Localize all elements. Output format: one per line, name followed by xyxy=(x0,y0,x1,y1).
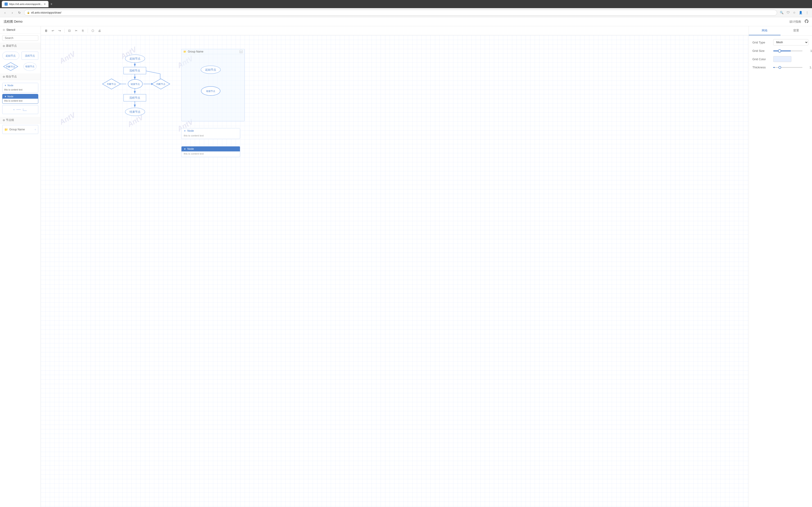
browser-tab[interactable]: https://x6.antv.vision/apps/dr... ✕ xyxy=(2,1,48,7)
canvas-combo-1-header: ▼ Node xyxy=(182,128,240,133)
canvas-combo-2-content: this is content text xyxy=(182,152,240,157)
thickness-slider[interactable] xyxy=(773,67,803,68)
combo-node-1-header: ▼ Node xyxy=(2,83,38,88)
combo-node-1-content: this is content text xyxy=(2,88,38,92)
menu-icon-btn[interactable]: ⋮ xyxy=(804,10,810,15)
canvas-group-node[interactable]: 📁 Group Name — 起始节点 xyxy=(181,49,245,121)
browser-toolbar: ‹ › ↻ 🔒 x6.antv.vision/apps/draw/ 🔍 🛡 ☆ … xyxy=(0,8,812,17)
canvas-group-collapse-btn[interactable]: — xyxy=(240,50,243,53)
grid-size-slider[interactable] xyxy=(773,51,803,51)
node-group-section-header[interactable]: ⊖ 节点组 xyxy=(0,117,41,124)
combo-nodes-list: ▼ Node this is content text ▼ Node this … xyxy=(0,80,41,117)
grid-type-row: Grid Type Mesh Dot xyxy=(752,39,808,46)
browser-chrome: https://x6.antv.vision/apps/dr... ✕ + xyxy=(0,0,812,8)
canvas-flow-node-2[interactable]: 流程节点 xyxy=(123,94,146,101)
canvas-end-label: 结束节点 xyxy=(130,110,141,114)
ssl-icon: 🔒 xyxy=(27,11,30,14)
search-icon-btn[interactable]: 🔍 xyxy=(779,10,784,15)
canvas-judge-node-1[interactable]: 判断节点 xyxy=(102,78,121,90)
start-node-item[interactable]: 起始节点 xyxy=(2,52,19,60)
grid-size-row: Grid Size 10 xyxy=(752,49,808,53)
canvas-flow-1-label: 流程节点 xyxy=(130,69,140,73)
tab-close-button[interactable]: ✕ xyxy=(44,3,46,6)
tab-background[interactable]: 背景 xyxy=(780,26,812,35)
start-node-label: 起始节点 xyxy=(6,54,16,57)
print-tool-button[interactable]: 🖨 xyxy=(97,28,102,34)
new-tab-button[interactable]: + xyxy=(50,2,52,6)
tab-grid-label: 网格 xyxy=(762,29,768,33)
node-group-label: 节点组 xyxy=(6,118,14,122)
cut-tool-button[interactable]: ✂ xyxy=(73,28,79,34)
canvas-combo-1-triangle: ▼ xyxy=(184,130,186,132)
canvas-arrows-svg xyxy=(41,35,749,507)
canvas-link-node[interactable]: 链接节点 xyxy=(128,79,143,90)
forward-button[interactable]: › xyxy=(9,10,15,15)
basic-nodes-label: 基础节点 xyxy=(6,44,17,48)
canvas-group-start-node[interactable]: 起始节点 xyxy=(201,66,221,74)
canvas-combo-2-triangle: ▼ xyxy=(184,148,186,150)
sidebar-title: Stencil xyxy=(6,28,15,32)
copy-tool-button[interactable]: ⊡ xyxy=(66,28,72,34)
grid-color-label: Grid Color xyxy=(752,57,770,61)
github-link[interactable] xyxy=(805,19,808,24)
address-bar[interactable]: 🔒 x6.antv.vision/apps/draw/ xyxy=(24,10,777,16)
grid-size-label: Grid Size xyxy=(752,49,770,53)
redo-tool-button[interactable]: ↪ xyxy=(57,28,62,34)
undo-tool-button[interactable]: ↩ xyxy=(50,28,56,34)
paste-tool-button[interactable]: ⎘ xyxy=(80,28,86,34)
back-button[interactable]: ‹ xyxy=(2,10,8,15)
combo-node-1[interactable]: ▼ Node this is content text xyxy=(2,83,38,93)
combo-triangle-1: ▼ xyxy=(4,84,7,87)
canvas-end-node[interactable]: 结束节点 xyxy=(125,108,145,116)
app-header-right: 设计指南 xyxy=(789,19,808,24)
svg-text:判断节点: 判断节点 xyxy=(156,83,165,85)
canvas-group-start-label: 起始节点 xyxy=(205,68,216,72)
grid-color-picker[interactable] xyxy=(773,56,792,62)
tab-bg-label: 背景 xyxy=(793,29,799,33)
star-icon-btn[interactable]: ☆ xyxy=(792,10,797,15)
connector-node[interactable] xyxy=(2,105,38,114)
canvas-flow-node-1[interactable]: 流程节点 xyxy=(123,67,146,74)
canvas-judge-node-2[interactable]: 判断节点 xyxy=(151,78,170,90)
address-text: x6.antv.vision/apps/draw/ xyxy=(31,11,61,14)
combo-node-2-header: ▼ Node xyxy=(2,94,38,99)
grid-size-value: 10 xyxy=(804,49,812,53)
svg-text:判断节点: 判断节点 xyxy=(107,83,116,85)
group-add-button[interactable]: + xyxy=(35,128,36,131)
connector-line xyxy=(16,109,21,110)
combo-node-2[interactable]: ▼ Node this is content text xyxy=(2,94,38,104)
tab-grid[interactable]: 网格 xyxy=(749,26,780,35)
right-panel: 网格 背景 Grid Type Mesh Dot xyxy=(749,26,812,507)
shield-icon-btn[interactable]: 🛡 xyxy=(785,10,791,15)
sidebar-collapse-icon[interactable]: ⊖ xyxy=(3,28,5,32)
delete-tool-button[interactable]: 🗑 xyxy=(43,28,49,34)
svg-text:链接节点: 链接节点 xyxy=(131,83,140,85)
canvas-start-label: 起始节点 xyxy=(130,57,141,61)
canvas-start-node[interactable]: 起始节点 xyxy=(125,55,145,63)
canvas-area: 🗑 ↩ ↪ ⊡ ✂ ⎘ ⬡ 🖨 AntV AntV AntV AntV AntV… xyxy=(41,26,749,507)
canvas-combo-node-2[interactable]: ▼ Node this is content text xyxy=(181,146,240,157)
connector-angle-icon xyxy=(23,108,27,111)
grid-type-select[interactable]: Mesh Dot xyxy=(773,39,808,46)
canvas-group-folder-icon: 📁 xyxy=(183,50,187,53)
basic-nodes-section-header[interactable]: ⊖ 基础节点 xyxy=(0,43,41,49)
thickness-value: 1.0 xyxy=(804,66,812,69)
search-input[interactable] xyxy=(2,35,38,41)
flow-node-item[interactable]: 流程节点 xyxy=(21,52,39,60)
canvas-group-label: Group Name xyxy=(188,50,203,53)
reload-button[interactable]: ↻ xyxy=(17,10,22,15)
group-node-label: Group Name xyxy=(9,128,25,131)
export-tool-button[interactable]: ⬡ xyxy=(90,28,96,34)
link-node-item[interactable]: 链接节点 xyxy=(23,62,37,71)
judge-node-item[interactable]: 判断节点 xyxy=(2,62,19,71)
design-guide-link[interactable]: 设计指南 xyxy=(789,20,801,24)
app-body: ⊖ Stencil ⊖ 基础节点 起始节点 流程节点 判断节点 xyxy=(0,26,812,507)
group-node-area: 📁 Group Name + xyxy=(0,124,41,135)
profile-icon-btn[interactable]: 👤 xyxy=(798,10,803,15)
canvas-group-link-node[interactable]: 链接节点 xyxy=(201,86,221,97)
combo-nodes-section-header[interactable]: ⊖ 组合节点 xyxy=(0,73,41,80)
svg-text:判断节点: 判断节点 xyxy=(6,65,15,68)
canvas-combo-node-1[interactable]: ▼ Node this is content text xyxy=(181,128,240,139)
group-node-item[interactable]: 📁 Group Name + xyxy=(2,125,38,134)
canvas-grid[interactable]: AntV AntV AntV AntV AntV AntV xyxy=(41,35,749,507)
